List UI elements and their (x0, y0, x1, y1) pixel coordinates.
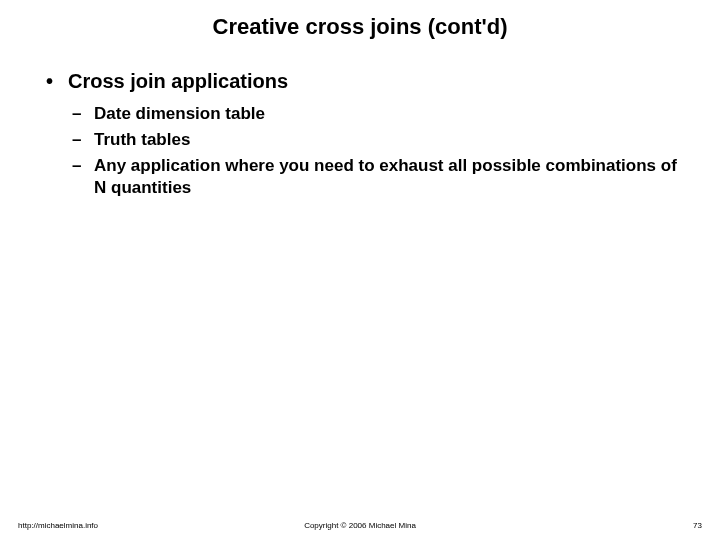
slide: Creative cross joins (cont'd) Cross join… (0, 0, 720, 540)
sub-bullet: Truth tables (68, 129, 680, 151)
bullet-main-text: Cross join applications (68, 70, 288, 92)
slide-title: Creative cross joins (cont'd) (0, 0, 720, 40)
bullet-list-level1: Cross join applications Date dimension t… (40, 70, 680, 199)
page-number: 73 (693, 521, 702, 530)
bullet-list-level2: Date dimension table Truth tables Any ap… (68, 103, 680, 199)
bullet-main: Cross join applications Date dimension t… (40, 70, 680, 199)
sub-bullet: Any application where you need to exhaus… (68, 155, 680, 199)
footer-copyright: Copyright © 2006 Michael Mina (0, 521, 720, 530)
sub-bullet: Date dimension table (68, 103, 680, 125)
slide-content: Cross join applications Date dimension t… (0, 40, 720, 199)
